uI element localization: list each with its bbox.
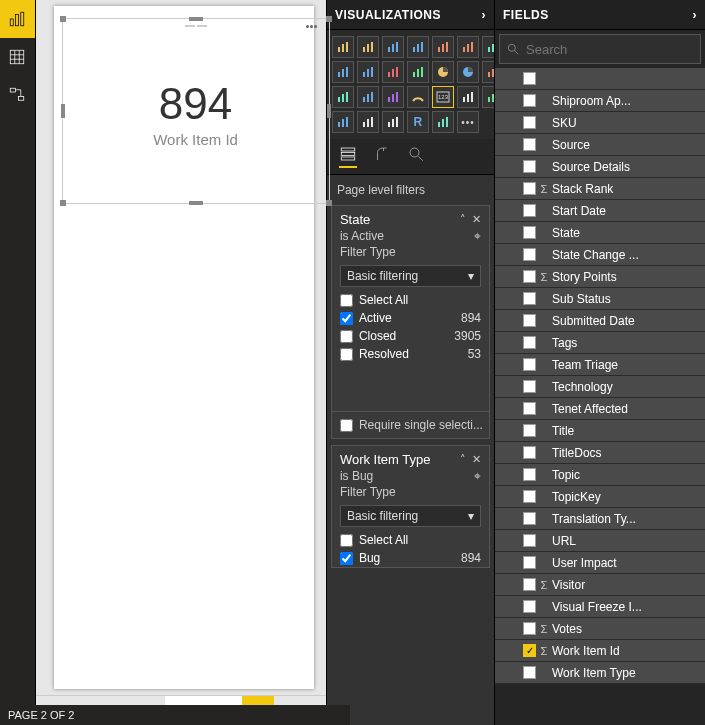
model-view-button[interactable]: [0, 76, 35, 114]
data-view-button[interactable]: [0, 38, 35, 76]
card-visual[interactable]: 894 Work Item Id: [62, 18, 330, 204]
drag-handle-icon[interactable]: [185, 25, 207, 30]
fields-tab[interactable]: [339, 145, 357, 168]
collapse-viz-icon[interactable]: ›: [482, 8, 487, 22]
field-checkbox[interactable]: [523, 72, 536, 85]
filter-value-checkbox[interactable]: [340, 330, 353, 343]
field-row[interactable]: Shiproom Ap...: [495, 90, 705, 112]
field-checkbox[interactable]: [523, 446, 536, 459]
field-row[interactable]: ΣVisitor: [495, 574, 705, 596]
collapse-filter-icon[interactable]: ˄: [460, 213, 466, 226]
field-checkbox[interactable]: [523, 116, 536, 129]
field-row[interactable]: URL: [495, 530, 705, 552]
viz-type-multi-card[interactable]: [457, 86, 479, 108]
field-checkbox[interactable]: [523, 270, 536, 283]
filter-value-row[interactable]: Resolved53: [332, 345, 489, 363]
field-row[interactable]: Start Date: [495, 200, 705, 222]
remove-filter-icon[interactable]: ✕: [472, 453, 481, 466]
field-row[interactable]: TopicKey: [495, 486, 705, 508]
filter-type-select[interactable]: Basic filtering ▾: [340, 265, 481, 287]
field-row[interactable]: Technology: [495, 376, 705, 398]
field-row[interactable]: TitleDocs: [495, 442, 705, 464]
filter-value-checkbox[interactable]: [340, 534, 353, 547]
viz-type-line-stacked[interactable]: [357, 61, 379, 83]
field-row[interactable]: Title: [495, 420, 705, 442]
require-single-checkbox[interactable]: [340, 419, 353, 432]
field-row[interactable]: Topic: [495, 464, 705, 486]
field-row[interactable]: ΣStack Rank: [495, 178, 705, 200]
field-row[interactable]: SKU: [495, 112, 705, 134]
viz-type-r-visual[interactable]: R: [407, 111, 429, 133]
report-view-button[interactable]: [0, 0, 35, 38]
filter-value-checkbox[interactable]: [340, 348, 353, 361]
filter-value-row[interactable]: Active894: [332, 309, 489, 327]
field-checkbox[interactable]: [523, 226, 536, 239]
field-row[interactable]: User Impact: [495, 552, 705, 574]
field-checkbox[interactable]: [523, 666, 536, 679]
field-row[interactable]: ΣVotes: [495, 618, 705, 640]
viz-type-stacked-column[interactable]: [407, 36, 429, 58]
field-row[interactable]: Submitted Date: [495, 310, 705, 332]
field-row[interactable]: Source: [495, 134, 705, 156]
field-row[interactable]: State Change ...: [495, 244, 705, 266]
filter-value-row[interactable]: Select All: [332, 291, 489, 309]
field-row[interactable]: Team Triage: [495, 354, 705, 376]
viz-type-line[interactable]: [432, 36, 454, 58]
field-checkbox[interactable]: [523, 600, 536, 613]
field-checkbox[interactable]: [523, 204, 536, 217]
field-row[interactable]: Work Item Type: [495, 662, 705, 684]
field-checkbox[interactable]: [523, 94, 536, 107]
viz-type-donut[interactable]: [457, 61, 479, 83]
collapse-fields-icon[interactable]: ›: [693, 8, 698, 22]
viz-type-clustered-column[interactable]: [382, 36, 404, 58]
remove-filter-icon[interactable]: ✕: [472, 213, 481, 226]
field-row[interactable]: [495, 68, 705, 90]
viz-type-ribbon[interactable]: [482, 36, 495, 58]
filter-value-row[interactable]: Closed3905: [332, 327, 489, 345]
field-row[interactable]: ΣStory Points: [495, 266, 705, 288]
field-checkbox[interactable]: [523, 556, 536, 569]
viz-type-matrix[interactable]: [382, 111, 404, 133]
viz-type-table[interactable]: [357, 111, 379, 133]
field-checkbox[interactable]: [523, 402, 536, 415]
field-checkbox[interactable]: [523, 622, 536, 635]
field-checkbox[interactable]: [523, 380, 536, 393]
search-input[interactable]: [526, 42, 694, 57]
viz-type-map[interactable]: [332, 86, 354, 108]
viz-type-filled-map[interactable]: [357, 86, 379, 108]
field-row[interactable]: Tenet Affected: [495, 398, 705, 420]
viz-type-arcgis[interactable]: [432, 111, 454, 133]
viz-type-pie[interactable]: [432, 61, 454, 83]
field-checkbox[interactable]: [523, 490, 536, 503]
viz-type-slicer[interactable]: [332, 111, 354, 133]
field-checkbox[interactable]: [523, 578, 536, 591]
field-row[interactable]: Source Details: [495, 156, 705, 178]
filter-value-row[interactable]: Bug894: [332, 549, 489, 567]
viz-type-bar[interactable]: [357, 36, 379, 58]
field-checkbox[interactable]: [523, 512, 536, 525]
field-row[interactable]: Tags: [495, 332, 705, 354]
viz-type-funnel[interactable]: [382, 86, 404, 108]
filter-value-row[interactable]: Select All: [332, 531, 489, 549]
viz-type-stacked-bar[interactable]: [332, 36, 354, 58]
viz-type-gauge[interactable]: [407, 86, 429, 108]
field-row[interactable]: Visual Freeze I...: [495, 596, 705, 618]
field-checkbox[interactable]: [523, 248, 536, 261]
field-checkbox[interactable]: [523, 336, 536, 349]
format-tab[interactable]: [373, 145, 391, 168]
field-checkbox[interactable]: [523, 468, 536, 481]
fields-search[interactable]: [499, 34, 701, 64]
field-checkbox[interactable]: [523, 534, 536, 547]
field-checkbox[interactable]: [523, 138, 536, 151]
viz-type-area[interactable]: [457, 36, 479, 58]
canvas-page[interactable]: 894 Work Item Id: [54, 6, 314, 689]
filter-value-checkbox[interactable]: [340, 294, 353, 307]
field-row[interactable]: Translation Ty...: [495, 508, 705, 530]
collapse-filter-icon[interactable]: ˄: [460, 453, 466, 466]
viz-type-card[interactable]: 123: [432, 86, 454, 108]
field-row[interactable]: State: [495, 222, 705, 244]
card-more-menu[interactable]: [306, 25, 317, 28]
filter-value-checkbox[interactable]: [340, 552, 353, 565]
clear-filter-icon[interactable]: ⌖: [474, 229, 481, 243]
field-checkbox[interactable]: [523, 160, 536, 173]
